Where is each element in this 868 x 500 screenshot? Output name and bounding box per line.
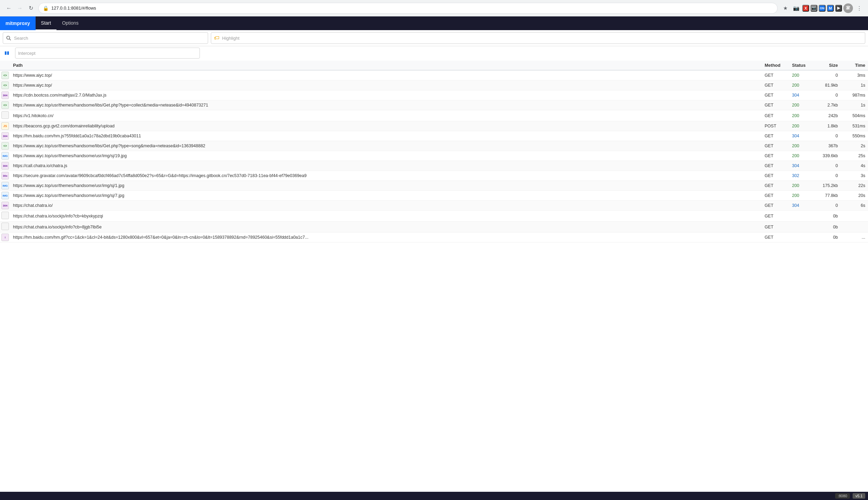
table-row[interactable]: !https://hm.baidu.com/hm.gif?cc=1&ck=1&c… <box>0 232 868 242</box>
row-size: 0 <box>813 161 841 171</box>
row-path: https://v1.hitokoto.cn/ <box>10 110 762 121</box>
star-button[interactable]: ★ <box>780 3 790 13</box>
highlight-input[interactable] <box>222 33 865 44</box>
flow-icon: IMG <box>1 192 9 199</box>
row-time: 3s <box>841 171 868 181</box>
url-text: 127.0.0.1:8081/#/flows <box>51 5 773 11</box>
row-size: 0b <box>813 211 841 221</box>
row-size: 1.8kb <box>813 121 841 131</box>
table-row[interactable]: JShttps://beacons.gcp.gvt2.com/domainrel… <box>0 121 868 131</box>
row-icon-cell <box>0 211 10 221</box>
table-row[interactable]: 304https://chat.chatra.io/GET30406s <box>0 201 868 211</box>
row-path: https://chat.chatra.io/ <box>10 201 762 211</box>
row-path: https://chat.chatra.io/sockjs/info?cb=kb… <box>10 211 762 221</box>
row-icon-cell: <> <box>0 80 10 90</box>
browser-toolbar-icons: ★ 📷 X 📷 ON M ▶ 家 ⋮ <box>780 3 864 13</box>
browser-chrome: ← → ↻ 🔒 127.0.0.1:8081/#/flows ★ 📷 X 📷 O… <box>0 0 868 16</box>
ext-m-icon[interactable]: M <box>827 5 834 12</box>
row-icon-cell <box>0 221 10 232</box>
row-method: GET <box>762 161 789 171</box>
table-row[interactable]: 304https://hm.baidu.com/hm.js?55fddd1a0a… <box>0 131 868 141</box>
table-row[interactable]: https://chat.chatra.io/sockjs/info?cb=8j… <box>0 221 868 232</box>
table-row[interactable]: <>https://www.aiyc.top/usr/themes/handso… <box>0 100 868 110</box>
table-row[interactable]: IMGhttps://www.aiyc.top/usr/themes/hands… <box>0 151 868 161</box>
table-header: Path Method Status Size Time <box>0 61 868 70</box>
col-path: Path <box>10 61 762 70</box>
row-method: GET <box>762 191 789 201</box>
screenshot-button[interactable]: 📷 <box>791 3 801 13</box>
row-icon-cell: 304 <box>0 131 10 141</box>
row-icon-cell: <> <box>0 70 10 80</box>
row-status: 304 <box>789 131 813 141</box>
search-icon-button[interactable] <box>3 33 14 44</box>
row-size: 242b <box>813 110 841 121</box>
row-time: 20s <box>841 191 868 201</box>
tab-options[interactable]: Options <box>57 16 84 30</box>
ext-x-icon[interactable]: X <box>802 5 809 12</box>
ext-on-icon[interactable]: ON <box>819 5 825 12</box>
address-bar[interactable]: 🔒 127.0.0.1:8081/#/flows <box>38 3 778 14</box>
row-method: GET <box>762 100 789 110</box>
row-status <box>789 221 813 232</box>
flow-icon: IMG <box>1 182 9 189</box>
table-row[interactable]: <>https://www.aiyc.top/GET20003ms <box>0 70 868 80</box>
row-method: GET <box>762 110 789 121</box>
flow-table-body: <>https://www.aiyc.top/GET20003ms<>https… <box>0 70 868 242</box>
row-icon-cell: <> <box>0 141 10 151</box>
row-status: 200 <box>789 70 813 80</box>
row-time: 1s <box>841 100 868 110</box>
avatar[interactable]: 家 <box>843 3 853 13</box>
table-row[interactable]: IMGhttps://www.aiyc.top/usr/themes/hands… <box>0 181 868 191</box>
row-size: 175.2kb <box>813 181 841 191</box>
table-row[interactable]: 30xhttps://secure.gravatar.com/avatar/96… <box>0 171 868 181</box>
col-size: Size <box>813 61 841 70</box>
search-input[interactable] <box>14 33 208 44</box>
row-icon-cell <box>0 110 10 121</box>
search-icon <box>6 36 11 41</box>
row-time: 531ms <box>841 121 868 131</box>
ext-camera-icon[interactable]: 📷 <box>810 5 817 12</box>
row-path: https://hm.baidu.com/hm.js?55fddd1a0a1c7… <box>10 131 762 141</box>
intercept-toggle[interactable] <box>3 48 12 58</box>
port-badge: :8080 <box>835 493 850 499</box>
table-row[interactable]: https://chat.chatra.io/sockjs/info?cb=kb… <box>0 211 868 221</box>
highlight-tag-icon[interactable]: 🏷 <box>211 33 222 44</box>
row-method: GET <box>762 171 789 181</box>
table-row[interactable]: <>https://www.aiyc.top/usr/themes/handso… <box>0 141 868 151</box>
row-path: https://cdn.bootcss.com/mathjax/2.7.0/Ma… <box>10 90 762 100</box>
row-status: 200 <box>789 100 813 110</box>
flow-icon: ! <box>1 234 9 241</box>
back-button[interactable]: ← <box>4 3 14 13</box>
row-method: GET <box>762 131 789 141</box>
flow-icon <box>1 212 9 219</box>
row-path: https://www.aiyc.top/usr/themes/handsome… <box>10 181 762 191</box>
row-icon-cell: 304 <box>0 90 10 100</box>
flow-icon: <> <box>1 81 9 89</box>
table-row[interactable]: 304https://call.chatra.io/chatra.jsGET30… <box>0 161 868 171</box>
row-method: POST <box>762 121 789 131</box>
table-row[interactable]: IMGhttps://www.aiyc.top/usr/themes/hands… <box>0 191 868 201</box>
row-time: 25s <box>841 151 868 161</box>
row-status: 200 <box>789 80 813 90</box>
col-status: Status <box>789 61 813 70</box>
row-icon-cell: ! <box>0 232 10 242</box>
menu-button[interactable]: ⋮ <box>854 3 864 13</box>
row-icon-cell: 304 <box>0 161 10 171</box>
forward-button[interactable]: → <box>15 3 25 13</box>
intercept-icon <box>4 50 11 56</box>
row-icon-cell: IMG <box>0 191 10 201</box>
row-icon-cell: 30x <box>0 171 10 181</box>
brand-tab[interactable]: mitmproxy <box>0 16 36 30</box>
row-status: 200 <box>789 151 813 161</box>
row-method: GET <box>762 90 789 100</box>
intercept-input[interactable] <box>15 48 200 59</box>
ext-dots-icon[interactable]: ▶ <box>835 5 842 12</box>
table-row[interactable]: <>https://www.aiyc.top/GET20081.9kb1s <box>0 80 868 90</box>
table-row[interactable]: 304https://cdn.bootcss.com/mathjax/2.7.0… <box>0 90 868 100</box>
tab-start[interactable]: Start <box>36 16 57 30</box>
row-icon-cell: IMG <box>0 181 10 191</box>
table-row[interactable]: https://v1.hitokoto.cn/GET200242b504ms <box>0 110 868 121</box>
row-icon-cell: 304 <box>0 201 10 211</box>
row-icon-cell: <> <box>0 100 10 110</box>
reload-button[interactable]: ↻ <box>26 3 36 13</box>
